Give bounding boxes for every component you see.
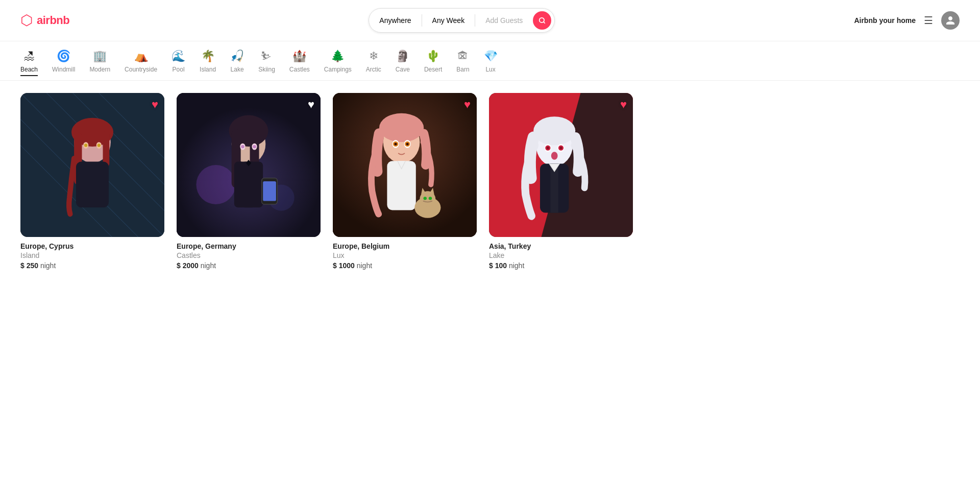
- category-item-castles[interactable]: 🏰Castles: [289, 50, 310, 76]
- category-nav: 🏖Beach🌀Windmill🏢Modern⛺Countryside🌊Pool🌴…: [0, 41, 980, 81]
- lux-icon: 💎: [484, 50, 498, 63]
- category-label-countryside: Countryside: [125, 66, 157, 73]
- heart-button-3[interactable]: ♥: [464, 99, 471, 110]
- category-label-island: Island: [200, 66, 216, 73]
- desert-icon: 🌵: [426, 50, 440, 63]
- category-item-modern[interactable]: 🏢Modern: [89, 50, 110, 76]
- category-label-lux: Lux: [485, 66, 495, 73]
- barn-icon: 🏚: [457, 50, 469, 63]
- beach-icon: 🏖: [23, 50, 35, 63]
- svg-point-50: [424, 197, 427, 200]
- location-search[interactable]: Anywhere: [369, 12, 421, 29]
- logo[interactable]: ⬡ airbnb: [20, 13, 69, 28]
- category-label-campings: Campings: [324, 66, 352, 73]
- category-item-beach[interactable]: 🏖Beach: [20, 50, 38, 76]
- category-item-countryside[interactable]: ⛺Countryside: [125, 50, 157, 76]
- category-item-lake[interactable]: 🎣Lake: [230, 50, 244, 76]
- search-bar: Anywhere Any Week Add Guests: [369, 8, 555, 33]
- listing-image-3: ♥: [333, 93, 477, 237]
- guests-search[interactable]: Add Guests: [475, 12, 533, 29]
- category-item-skiing[interactable]: ⛷Skiing: [258, 50, 275, 76]
- airbnb-home-link[interactable]: Airbnb your home: [854, 16, 916, 25]
- island-icon: 🌴: [201, 50, 215, 63]
- category-label-lake: Lake: [231, 66, 244, 73]
- svg-rect-34: [263, 181, 276, 201]
- heart-button-2[interactable]: ♥: [308, 99, 314, 110]
- category-item-island[interactable]: 🌴Island: [200, 50, 216, 76]
- category-label-modern: Modern: [89, 66, 110, 73]
- listing-card-3[interactable]: ♥Europe, BelgiumLux$ 1000 night: [333, 93, 477, 270]
- cave-icon: 🗿: [396, 50, 409, 63]
- price-unit-1: night: [40, 261, 56, 270]
- svg-point-16: [97, 144, 101, 147]
- svg-point-38: [379, 113, 424, 142]
- listing-type-4: Lake: [489, 251, 633, 259]
- listing-type-1: Island: [20, 251, 164, 259]
- svg-point-54: [533, 116, 575, 145]
- svg-point-60: [559, 147, 562, 149]
- listing-card-4[interactable]: ♥Asia, TurkeyLake$ 100 night: [489, 93, 633, 270]
- category-item-campings[interactable]: 🌲Campings: [324, 50, 352, 76]
- listing-location-4: Asia, Turkey: [489, 242, 633, 250]
- listings-grid: ♥Europe, CyprusIsland$ 250 night ♥Europe…: [20, 93, 633, 270]
- logo-text: airbnb: [37, 14, 69, 27]
- lake-icon: 🎣: [230, 50, 244, 63]
- right-nav: Airbnb your home ☰: [854, 11, 960, 30]
- category-label-castles: Castles: [289, 66, 310, 73]
- listing-location-1: Europe, Cyprus: [20, 242, 164, 250]
- modern-icon: 🏢: [93, 50, 107, 63]
- svg-point-15: [84, 144, 87, 147]
- price-amount-3: $ 1000: [333, 261, 355, 270]
- heart-button-4[interactable]: ♥: [620, 99, 627, 110]
- category-label-skiing: Skiing: [258, 66, 275, 73]
- category-label-arctic: Arctic: [366, 66, 381, 73]
- main-content: ♥Europe, CyprusIsland$ 250 night ♥Europe…: [0, 81, 980, 282]
- category-label-desert: Desert: [424, 66, 442, 73]
- listing-image-2: ♥: [177, 93, 321, 237]
- category-label-pool: Pool: [173, 66, 185, 73]
- listing-type-2: Castles: [177, 251, 321, 259]
- category-item-lux[interactable]: 💎Lux: [484, 50, 498, 76]
- arctic-icon: ❄: [369, 50, 378, 63]
- week-search[interactable]: Any Week: [422, 12, 475, 29]
- svg-point-44: [406, 142, 409, 145]
- logo-icon: ⬡: [20, 13, 33, 28]
- countryside-icon: ⛺: [134, 50, 148, 63]
- listing-image-4: ♥: [489, 93, 633, 237]
- price-unit-4: night: [509, 261, 524, 270]
- category-item-cave[interactable]: 🗿Cave: [396, 50, 410, 76]
- menu-icon[interactable]: ☰: [924, 14, 933, 27]
- svg-rect-12: [103, 131, 110, 167]
- header: ⬡ airbnb Anywhere Any Week Add Guests Ai…: [0, 0, 980, 41]
- skiing-icon: ⛷: [261, 50, 272, 63]
- listing-card-2[interactable]: ♥Europe, GermanyCastles$ 2000 night: [177, 93, 321, 270]
- avatar[interactable]: [941, 11, 960, 30]
- svg-point-29: [253, 145, 256, 148]
- svg-point-43: [394, 142, 397, 145]
- category-item-arctic[interactable]: ❄Arctic: [366, 50, 381, 76]
- listing-card-1[interactable]: ♥Europe, CyprusIsland$ 250 night: [20, 93, 164, 270]
- listing-price-4: $ 100 night: [489, 261, 633, 270]
- category-label-barn: Barn: [456, 66, 469, 73]
- price-amount-4: $ 100: [489, 261, 507, 270]
- svg-point-51: [429, 197, 432, 200]
- price-amount-2: $ 2000: [177, 261, 199, 270]
- search-button[interactable]: [533, 11, 551, 30]
- category-label-beach: Beach: [20, 66, 38, 73]
- listing-location-3: Europe, Belgium: [333, 242, 477, 250]
- price-unit-2: night: [201, 261, 216, 270]
- listing-price-2: $ 2000 night: [177, 261, 321, 270]
- price-amount-1: $ 250: [20, 261, 38, 270]
- svg-rect-17: [76, 162, 109, 208]
- category-label-windmill: Windmill: [52, 66, 75, 73]
- category-item-pool[interactable]: 🌊Pool: [172, 50, 185, 76]
- category-item-desert[interactable]: 🌵Desert: [424, 50, 442, 76]
- heart-button-1[interactable]: ♥: [152, 99, 158, 110]
- castles-icon: 🏰: [292, 50, 306, 63]
- listing-price-3: $ 1000 night: [333, 261, 477, 270]
- svg-rect-31: [244, 162, 252, 208]
- category-item-windmill[interactable]: 🌀Windmill: [52, 50, 75, 76]
- pool-icon: 🌊: [172, 50, 185, 63]
- listing-image-1: ♥: [20, 93, 164, 237]
- category-item-barn[interactable]: 🏚Barn: [456, 50, 469, 76]
